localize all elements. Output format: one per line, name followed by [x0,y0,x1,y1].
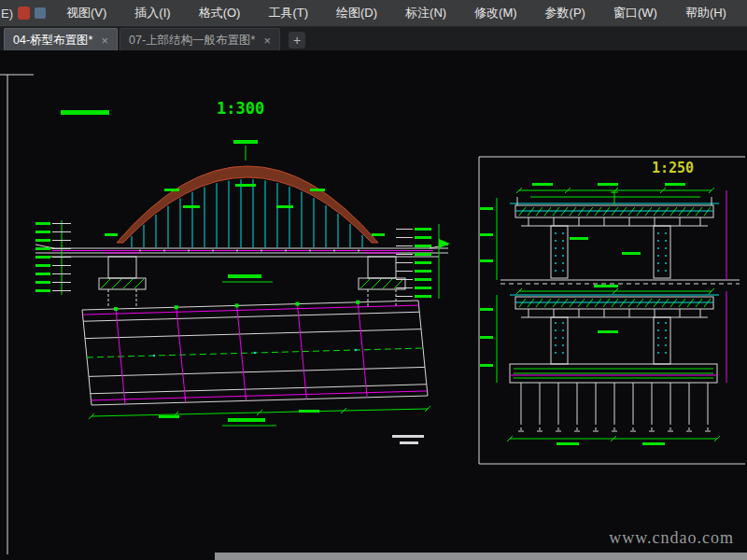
menu-bar: E) 视图(V) 插入(I) 格式(O) 工具(T) 绘图(D) 标注(N) 修… [0,0,747,27]
tab-close-icon[interactable]: × [101,35,108,47]
new-tab-button[interactable]: + [289,32,305,49]
menu-item-format[interactable]: 格式(O) [185,0,255,26]
plus-icon: + [293,34,301,47]
tab-label: 07-上部结构一般布置图* [129,33,255,49]
scale-label-left: 1:300 [217,99,264,118]
menu-item-modify[interactable]: 修改(M) [460,0,531,26]
tab-07-superstructure-layout[interactable]: 07-上部结构一般布置图* × [120,28,280,51]
watermark: www.cndao.com [609,528,734,548]
scale-label-right: 1:250 [652,160,694,176]
tab-04-bridge-layout[interactable]: 04-桥型布置图* × [4,28,118,51]
menu-item-help[interactable]: 帮助(H) [671,0,740,26]
drawing-canvas[interactable]: 1:300 1:250 www.cndao.com [0,50,747,560]
drawing-tab-bar: 04-桥型布置图* × 07-上部结构一般布置图* × + [0,27,747,51]
menu-item-window[interactable]: 窗口(W) [599,0,671,26]
toolbar-icon [35,7,46,19]
tab-close-icon[interactable]: × [263,35,271,47]
menu-item-edit-partial[interactable]: E) [0,7,16,21]
menu-item-dimension[interactable]: 标注(N) [391,0,460,26]
app-badge-icon [18,7,30,20]
menu-item-insert[interactable]: 插入(I) [120,0,184,26]
menu-item-parametric[interactable]: 参数(P) [531,0,599,26]
menu-item-draw[interactable]: 绘图(D) [322,0,391,26]
status-strip [215,553,747,560]
cad-drawing: 1:300 1:250 [0,50,747,560]
menu-item-tools[interactable]: 工具(T) [254,0,322,26]
tab-label: 04-桥型布置图* [13,33,92,49]
menu-item-view[interactable]: 视图(V) [52,0,120,26]
